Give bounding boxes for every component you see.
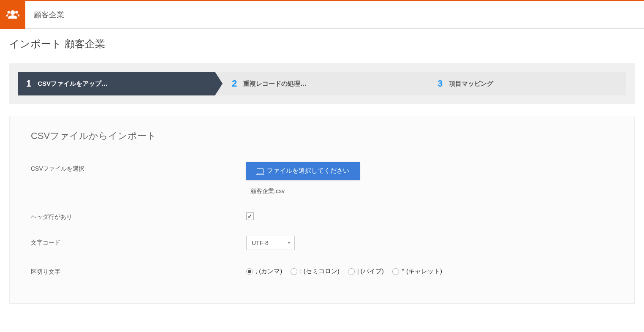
radio-label: ^ (キャレット) bbox=[402, 267, 442, 275]
delimiter-radio-semicolon[interactable]: ; (セミコロン) bbox=[291, 267, 339, 275]
header-icon-box bbox=[0, 1, 25, 29]
radio-label: | (パイプ) bbox=[357, 267, 384, 275]
step-2-duplicate-handling[interactable]: 2 重複レコードの処理… bbox=[215, 72, 421, 95]
label-has-header: ヘッダ行があり bbox=[31, 210, 246, 221]
step-number: 1 bbox=[26, 78, 31, 89]
selected-filename: 顧客企業.csv bbox=[250, 188, 613, 195]
file-select-button-label: ファイルを選択してください bbox=[267, 167, 349, 175]
file-select-button[interactable]: ファイルを選択してください bbox=[246, 162, 360, 180]
radio-icon bbox=[246, 268, 253, 275]
row-delimiter: 区切り文字 , (カンマ) ; (セミコロン) | (パイプ) bbox=[31, 265, 613, 276]
label-encoding: 文字コード bbox=[31, 236, 246, 247]
step-number: 2 bbox=[232, 78, 237, 89]
label-csv-file-select: CSVファイルを選択 bbox=[31, 162, 246, 173]
delimiter-radio-pipe[interactable]: | (パイプ) bbox=[348, 267, 384, 275]
radio-label: ; (セミコロン) bbox=[300, 267, 339, 275]
step-label: 重複レコードの処理… bbox=[243, 80, 307, 88]
row-has-header: ヘッダ行があり bbox=[31, 210, 613, 221]
has-header-checkbox[interactable] bbox=[246, 212, 254, 220]
radio-label: , (カンマ) bbox=[255, 267, 282, 275]
label-delimiter: 区切り文字 bbox=[31, 265, 246, 276]
step-number: 3 bbox=[437, 78, 443, 89]
radio-icon bbox=[348, 268, 355, 275]
row-encoding: 文字コード UTF-8 bbox=[31, 236, 613, 250]
control-csv-file-select: ファイルを選択してください 顧客企業.csv bbox=[246, 162, 613, 195]
step-label: CSVファイルをアップ… bbox=[38, 80, 108, 88]
delimiter-radio-group: , (カンマ) ; (セミコロン) | (パイプ) ^ (キャレット) bbox=[246, 265, 613, 275]
control-has-header bbox=[246, 210, 613, 220]
users-icon bbox=[6, 8, 19, 22]
page-title: インポート 顧客企業 bbox=[9, 37, 635, 51]
header-bar: 顧客企業 bbox=[0, 1, 644, 29]
steps-panel: 1 CSVファイルをアップ… 2 重複レコードの処理… 3 項目マッピング bbox=[9, 63, 635, 104]
encoding-select[interactable]: UTF-8 bbox=[246, 236, 295, 250]
form-panel: CSVファイルからインポート CSVファイルを選択 ファイルを選択してください … bbox=[9, 117, 635, 304]
step-label: 項目マッピング bbox=[449, 80, 493, 88]
radio-icon bbox=[291, 268, 297, 275]
form-section-title: CSVファイルからインポート bbox=[31, 130, 613, 149]
page-content: インポート 顧客企業 1 CSVファイルをアップ… 2 重複レコードの処理… 3… bbox=[0, 29, 644, 321]
header-title: 顧客企業 bbox=[34, 10, 64, 20]
laptop-icon bbox=[257, 168, 264, 174]
steps-wizard: 1 CSVファイルをアップ… 2 重複レコードの処理… 3 項目マッピング bbox=[18, 72, 626, 95]
row-csv-file-select: CSVファイルを選択 ファイルを選択してください 顧客企業.csv bbox=[31, 162, 613, 195]
step-3-field-mapping[interactable]: 3 項目マッピング bbox=[421, 72, 626, 95]
delimiter-radio-caret[interactable]: ^ (キャレット) bbox=[392, 267, 442, 275]
delimiter-radio-comma[interactable]: , (カンマ) bbox=[246, 267, 282, 275]
control-delimiter: , (カンマ) ; (セミコロン) | (パイプ) ^ (キャレット) bbox=[246, 265, 613, 275]
radio-icon bbox=[392, 268, 399, 275]
control-encoding: UTF-8 bbox=[246, 236, 613, 250]
step-1-upload-csv[interactable]: 1 CSVファイルをアップ… bbox=[18, 72, 215, 95]
